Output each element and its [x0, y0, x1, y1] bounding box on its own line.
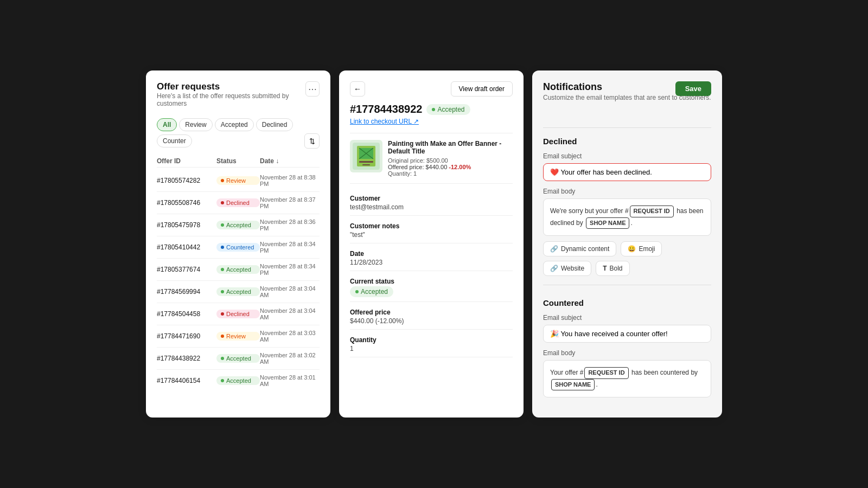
offer-id: #17805475978 [157, 221, 216, 229]
date-value: 11/28/2023 [350, 259, 513, 266]
bold-button[interactable]: T Bold [596, 261, 629, 276]
table-row[interactable]: #17805377674 Accepted November 28 at 8:3… [157, 259, 320, 281]
date-cell: November 28 at 3:04 AM [260, 307, 320, 320]
countered-section: Countered Email subject Email body Your … [543, 298, 711, 403]
col-offer-id: Offer ID [157, 157, 216, 165]
product-name: Painting with Make an Offer Banner - Def… [388, 140, 513, 155]
declined-subject-label: Email subject [543, 152, 711, 160]
save-button[interactable]: Save [675, 81, 711, 96]
countered-body-suffix: . [596, 381, 597, 388]
dynamic-content-button[interactable]: 🔗 Dynamic content [543, 241, 616, 256]
offer-number: #17784438922 Accepted [350, 103, 513, 115]
declined-body-box: We're sorry but your offer #REQUEST ID h… [543, 198, 711, 236]
website-label: Website [561, 265, 584, 272]
filter-declined-button[interactable]: Declined [256, 118, 293, 131]
website-icon: 🔗 [550, 265, 558, 272]
panel-title: Offer requests [157, 81, 305, 92]
offer-id: #17784504458 [157, 310, 216, 318]
dynamic-content-label: Dynamic content [561, 245, 609, 253]
sort-button[interactable]: ⇅ [304, 133, 320, 149]
declined-request-id-tag: REQUEST ID [630, 206, 674, 217]
current-status-section: Current status Accepted [350, 273, 513, 302]
current-status-label: Current status [350, 278, 513, 285]
countered-request-id-tag: REQUEST ID [584, 367, 628, 379]
countered-body-box: Your offer #REQUEST ID has been countere… [543, 360, 711, 397]
offer-detail-panel: ← View draft order #17784438922 Accepted… [339, 70, 524, 418]
quantity-section: Quantity 1 [350, 332, 513, 357]
accepted-badge: Accepted [426, 104, 470, 115]
offer-id: #17784406154 [157, 377, 216, 384]
status-badge: Accepted [216, 287, 260, 296]
countered-body-label: Email body [543, 349, 711, 357]
col-status: Status [216, 157, 260, 165]
customer-email: test@testmail.com [350, 203, 513, 211]
declined-subject-input[interactable] [543, 163, 711, 181]
filter-counter-button[interactable]: Counter [157, 134, 192, 147]
table-header: Offer ID Status Date ↓ [157, 155, 320, 168]
offer-id: #17805574282 [157, 177, 216, 184]
date-cell: November 28 at 3:01 AM [260, 374, 320, 387]
offer-id: #17784569994 [157, 288, 216, 296]
date-cell: November 28 at 3:02 AM [260, 352, 320, 365]
table-body: #17805574282 Review November 28 at 8:38 … [157, 170, 320, 391]
status-badge: Accepted [216, 376, 260, 385]
notes-label: Customer notes [350, 222, 513, 230]
table-row[interactable]: #17784504458 Declined November 28 at 3:0… [157, 303, 320, 325]
emoji-button[interactable]: 😀 Emoji [621, 241, 662, 256]
table-row[interactable]: #17805475978 Accepted November 28 at 8:3… [157, 214, 320, 236]
table-row[interactable]: #17784569994 Accepted November 28 at 3:0… [157, 281, 320, 303]
view-draft-button[interactable]: View draft order [451, 81, 513, 97]
table-row[interactable]: #17805508746 Declined November 28 at 8:3… [157, 192, 320, 214]
website-button[interactable]: 🔗 Website [543, 261, 591, 276]
customer-section: Customer test@testmail.com [350, 190, 513, 216]
filter-accepted-button[interactable]: Accepted [215, 118, 254, 131]
date-label: Date [350, 250, 513, 258]
countered-body-prefix: Your offer # [550, 369, 583, 376]
current-status-badge: Accepted [350, 286, 393, 297]
status-badge: Countered [216, 243, 260, 252]
date-section: Date 11/28/2023 [350, 246, 513, 271]
countered-subject-input[interactable] [543, 325, 711, 343]
table-row[interactable]: #17784406154 Accepted November 28 at 3:0… [157, 370, 320, 391]
notes-value: "test" [350, 231, 513, 239]
product-section: Painting with Make an Offer Banner - Def… [350, 133, 513, 184]
declined-heading: Declined [543, 137, 711, 146]
declined-body-suffix: . [630, 219, 632, 227]
date-cell: November 28 at 8:38 PM [260, 174, 320, 187]
offer-id: #17805377674 [157, 266, 216, 273]
notif-header-row: Notifications Customize the email templa… [543, 81, 711, 110]
price-original: Original price: $500.00 [388, 157, 513, 164]
filter-all-button[interactable]: All [157, 118, 177, 131]
status-badge: Review [216, 176, 260, 185]
customer-notes-section: Customer notes "test" [350, 218, 513, 243]
more-options-button[interactable]: ⋯ [305, 81, 320, 97]
customer-label: Customer [350, 195, 513, 202]
svg-rect-3 [359, 161, 373, 163]
price-offered: Offered price: $440.00 -12.00% [388, 164, 513, 170]
filter-review-button[interactable]: Review [179, 118, 212, 131]
divider [543, 127, 711, 128]
status-badge: Declined [216, 310, 260, 318]
middle-header: ← View draft order [350, 81, 513, 97]
offer-id: #17784471690 [157, 332, 216, 340]
checkout-link[interactable]: Link to checkout URL ↗ [350, 118, 513, 125]
product-image [350, 140, 382, 172]
table-row[interactable]: #17805410442 Countered November 28 at 8:… [157, 236, 320, 259]
offered-price-value: $440.00 (-12.00%) [350, 317, 513, 325]
price-diff: -12.00% [449, 164, 471, 170]
table-row[interactable]: #17805574282 Review November 28 at 8:38 … [157, 170, 320, 192]
col-date: Date ↓ [260, 157, 320, 165]
table-row[interactable]: #17784471690 Review November 28 at 3:03 … [157, 325, 320, 348]
emoji-label: Emoji [639, 245, 655, 253]
offer-id: #17784438922 [157, 355, 216, 362]
status-badge: Accepted [216, 354, 260, 363]
offered-price-label: Offered price [350, 309, 513, 316]
status-badge: Accepted [216, 265, 260, 274]
bold-label: Bold [609, 265, 622, 272]
bold-icon: T [603, 265, 607, 272]
countered-body-middle: has been countered by [630, 369, 698, 376]
emoji-icon: 😀 [628, 245, 636, 253]
back-button[interactable]: ← [350, 81, 365, 97]
status-badge: Declined [216, 198, 260, 207]
table-row[interactable]: #17784438922 Accepted November 28 at 3:0… [157, 348, 320, 370]
